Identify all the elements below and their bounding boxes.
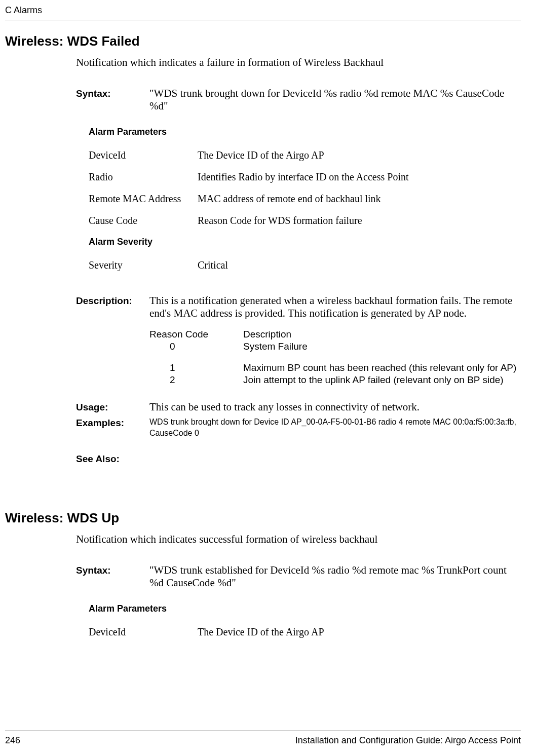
alarm-severity-head: Alarm Severity (89, 237, 521, 247)
page-number: 246 (5, 735, 20, 746)
param-desc: Identifies Radio by interface ID on the … (198, 171, 521, 183)
section1-intro: Notification which indicates a failure i… (76, 56, 521, 69)
syntax-value: "WDS trunk brought down for DeviceId %s … (149, 87, 521, 112)
syntax-value: "WDS trunk established for DeviceId %s r… (149, 564, 521, 589)
severity-value: Critical (198, 259, 521, 271)
reason-desc: Join attempt to the uplink AP failed (re… (243, 374, 521, 386)
examples-label: Examples: (76, 417, 149, 439)
footer-rule (5, 731, 521, 731)
param-row: DeviceId The Device ID of the Airgo AP (89, 149, 521, 161)
reason-desc: System Failure (243, 341, 521, 352)
usage-value: This can be used to track any losses in … (149, 401, 521, 413)
seealso-value (149, 452, 521, 465)
severity-name: Severity (89, 259, 198, 271)
param-row: DeviceId The Device ID of the Airgo AP (89, 626, 521, 638)
reason-code: 2 (149, 374, 243, 386)
param-row: Cause Code Reason Code for WDS formation… (89, 215, 521, 226)
section1-title: Wireless: WDS Failed (5, 33, 521, 49)
examples-value: WDS trunk brought down for Device ID AP_… (149, 417, 521, 439)
section2-title: Wireless: WDS Up (5, 510, 521, 526)
alarm-parameters-head: Alarm Parameters (89, 603, 521, 614)
param-name: Remote MAC Address (89, 193, 198, 205)
param-name: DeviceId (89, 626, 198, 638)
description-label: Description: (76, 294, 149, 320)
reason-row: 0 System Failure (149, 341, 521, 352)
header-rule (5, 20, 521, 20)
reason-code: 0 (149, 341, 243, 352)
param-desc: The Device ID of the Airgo AP (198, 626, 521, 638)
reason-code: 1 (149, 362, 243, 373)
header-chapter: C Alarms (5, 5, 42, 16)
param-name: Radio (89, 171, 198, 183)
reason-row: 1 Maximum BP count has been reached (thi… (149, 362, 521, 373)
reason-code-head: Reason Code (149, 329, 243, 340)
param-name: Cause Code (89, 215, 198, 226)
param-desc: Reason Code for WDS formation failure (198, 215, 521, 226)
reason-table-head: Reason Code Description (149, 329, 521, 340)
syntax-label: Syntax: (76, 564, 149, 589)
description-value: This is a notification generated when a … (149, 294, 521, 320)
syntax-label: Syntax: (76, 87, 149, 112)
footer-title: Installation and Configuration Guide: Ai… (295, 735, 521, 746)
usage-label: Usage: (76, 401, 149, 413)
section2-intro: Notification which indicates successful … (76, 533, 521, 546)
param-desc: MAC address of remote end of backhaul li… (198, 193, 521, 205)
seealso-label: See Also: (76, 452, 149, 465)
alarm-parameters-head: Alarm Parameters (89, 127, 521, 137)
param-row: Radio Identifies Radio by interface ID o… (89, 171, 521, 183)
reason-desc: Maximum BP count has been reached (this … (243, 362, 521, 373)
param-desc: The Device ID of the Airgo AP (198, 149, 521, 161)
param-name: DeviceId (89, 149, 198, 161)
reason-row: 2 Join attempt to the uplink AP failed (… (149, 374, 521, 386)
severity-row: Severity Critical (89, 259, 521, 271)
reason-desc-head: Description (243, 329, 291, 340)
param-row: Remote MAC Address MAC address of remote… (89, 193, 521, 205)
